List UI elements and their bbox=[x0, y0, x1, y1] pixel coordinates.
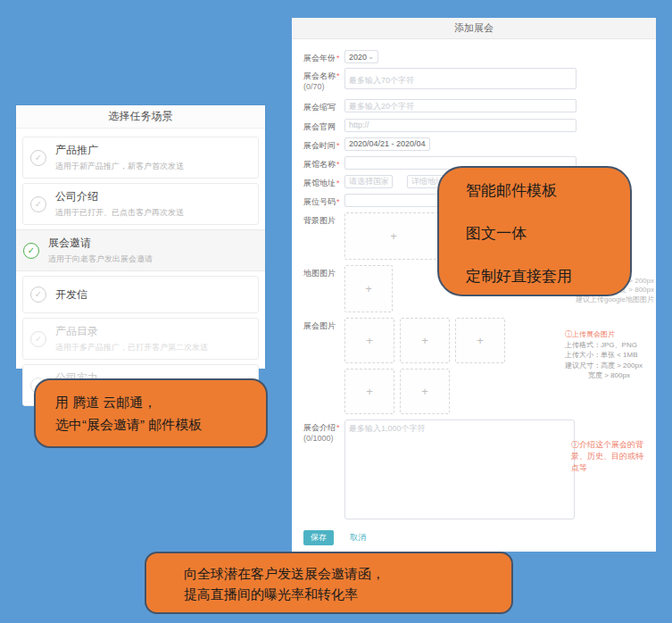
field-label-time: 展会时间* bbox=[303, 137, 344, 151]
abbr-input-wrap bbox=[344, 99, 577, 112]
scenario-item-expo-invite[interactable]: ✓ 展会邀请 适用于向老客户发出展会邀请 bbox=[16, 229, 265, 271]
date-range-input-wrap bbox=[344, 137, 430, 151]
plus-icon: + bbox=[390, 229, 397, 243]
save-button[interactable]: 保存 bbox=[303, 530, 334, 545]
check-circle-icon: ✓ bbox=[30, 331, 46, 347]
scenario-item-title: 展会邀请 bbox=[48, 236, 153, 251]
exhibition-name-input-wrap bbox=[344, 68, 577, 89]
required-star: * bbox=[336, 160, 340, 169]
callout-line: 图文一体 bbox=[466, 223, 630, 244]
map-image-upload[interactable]: + bbox=[344, 265, 393, 312]
expo-image-upload-5[interactable]: + bbox=[400, 369, 450, 414]
scenario-item-desc: 适用于已打开、已点击客户再次发送 bbox=[55, 207, 184, 219]
scenario-item-title: 产品推广 bbox=[55, 143, 184, 158]
expo-image-upload-2[interactable]: + bbox=[400, 318, 450, 363]
callout-instruction: 用 腾道 云邮通， 选中“展会邀请” 邮件模板 bbox=[34, 378, 268, 448]
check-circle-icon: ✓ bbox=[30, 150, 46, 166]
plus-icon: + bbox=[477, 334, 484, 347]
callout-line: 选中“展会邀请” 邮件模板 bbox=[55, 414, 266, 436]
check-circle-icon: ✓ bbox=[30, 196, 46, 212]
url-prefix: http:// bbox=[349, 120, 369, 129]
required-star: * bbox=[336, 141, 340, 150]
field-label-map-image: 地图图片 bbox=[303, 265, 344, 278]
required-star: * bbox=[336, 179, 340, 187]
expo-image-upload-3[interactable]: + bbox=[455, 318, 505, 363]
scenario-item-desc: 适用于向老客户发出展会邀请 bbox=[48, 253, 153, 265]
country-select[interactable] bbox=[349, 177, 388, 186]
scenario-item-desc: 适用于新产品推广，新客户首次发送 bbox=[55, 161, 184, 172]
callout-line: 提高直播间的曝光率和转化率 bbox=[184, 584, 511, 604]
callout-template-features: 智能邮件模板 图文一体 定制好直接套用 bbox=[437, 166, 632, 296]
callout-line: 智能邮件模板 bbox=[466, 180, 630, 201]
scenario-item-title: 产品目录 bbox=[55, 324, 208, 339]
char-counter: (0/1000) bbox=[303, 433, 344, 444]
scenario-item-product-catalog[interactable]: ✓ 产品目录 适用于多产品推广，已打开客户第二次发送 bbox=[22, 318, 259, 360]
scenario-item-desc: 适用于多产品推广，已打开客户第二次发送 bbox=[55, 342, 208, 353]
required-star: * bbox=[336, 197, 340, 206]
required-star: * bbox=[336, 54, 340, 62]
field-label-booth: 展位号码* bbox=[303, 194, 344, 207]
field-label-abbr: 展会缩写 bbox=[303, 99, 344, 112]
tip-icon: ⓘ bbox=[571, 440, 579, 449]
check-circle-green-icon: ✓ bbox=[23, 243, 39, 259]
check-circle-icon: ✓ bbox=[30, 287, 46, 303]
bg-image-upload[interactable]: + bbox=[344, 212, 443, 260]
year-value: 2020 bbox=[349, 53, 367, 62]
callout-line: 定制好直接套用 bbox=[466, 266, 630, 287]
field-label-year: 展会年份* bbox=[303, 50, 344, 63]
plus-icon: + bbox=[366, 385, 373, 398]
intro-tip: ⓘ介绍这个展会的背景、历史、目的或特点等 bbox=[571, 439, 650, 474]
form-title: 添加展会 bbox=[292, 18, 656, 39]
field-label-hall: 展馆名称* bbox=[303, 156, 344, 170]
expo-image-upload-4[interactable]: + bbox=[344, 369, 394, 414]
website-input-wrap: http:// bbox=[344, 119, 577, 132]
scenario-list: ✓ 产品推广 适用于新产品推广，新客户首次发送 ✓ 公司介绍 适用于已打开、已点… bbox=[16, 129, 265, 406]
exhibition-name-input[interactable] bbox=[349, 76, 572, 85]
plus-icon: + bbox=[421, 334, 428, 347]
scenario-panel: 选择任务场景 ✓ 产品推广 适用于新产品推广，新客户首次发送 ✓ 公司介绍 适用… bbox=[16, 105, 265, 369]
plus-icon: + bbox=[421, 385, 428, 398]
char-counter: (0/70) bbox=[303, 81, 344, 92]
cancel-button[interactable]: 取消 bbox=[350, 532, 366, 544]
field-label-website: 展会官网 bbox=[303, 119, 344, 132]
website-input[interactable] bbox=[372, 120, 572, 129]
plus-icon: + bbox=[366, 334, 373, 347]
date-range-input[interactable] bbox=[349, 139, 426, 148]
intro-textarea[interactable] bbox=[349, 423, 570, 516]
scenario-item-product-promo[interactable]: ✓ 产品推广 适用于新产品推广，新客户首次发送 bbox=[22, 137, 259, 179]
callout-line: 向全球潜在客户发送展会邀请函， bbox=[184, 563, 511, 584]
field-label-address: 展馆地址* bbox=[303, 175, 344, 188]
field-label-expo-images: 展会图片 bbox=[303, 318, 344, 331]
scenario-item-company-intro[interactable]: ✓ 公司介绍 适用于已打开、已点击客户再次发送 bbox=[22, 183, 259, 225]
tip-icon: ⓘ bbox=[565, 330, 572, 338]
scenario-item-title: 公司介绍 bbox=[55, 189, 184, 204]
required-star: * bbox=[336, 423, 340, 432]
slide-background: 选择任务场景 ✓ 产品推广 适用于新产品推广，新客户首次发送 ✓ 公司介绍 适用… bbox=[0, 0, 672, 623]
year-select[interactable]: 2020 ⌄ bbox=[344, 50, 378, 63]
abbr-input[interactable] bbox=[349, 102, 572, 111]
expo-image-grid: + + + + + bbox=[344, 318, 523, 414]
expo-image-tip: ⓘ上传展会图片 上传格式：JPG、PNG 上传大小：单张 < 1MB 建议尺寸：… bbox=[565, 329, 643, 381]
scenario-item-dev-letter[interactable]: ✓ 开发信 bbox=[22, 276, 259, 313]
callout-benefit: 向全球潜在客户发送展会邀请函， 提高直播间的曝光率和转化率 bbox=[145, 552, 513, 614]
chevron-down-icon: ⌄ bbox=[368, 54, 374, 61]
required-star: * bbox=[336, 71, 340, 80]
expo-image-upload-1[interactable]: + bbox=[344, 318, 394, 363]
callout-line: 用 腾道 云邮通， bbox=[55, 392, 266, 414]
scenario-item-title: 开发信 bbox=[55, 287, 87, 303]
scenario-panel-title: 选择任务场景 bbox=[16, 105, 265, 129]
intro-textarea-wrap bbox=[344, 419, 575, 519]
plus-icon: + bbox=[365, 282, 372, 295]
country-select-wrap bbox=[344, 175, 393, 188]
field-label-bg-image: 背景图片 bbox=[303, 212, 344, 226]
field-label-name: 展会名称*(0/70) bbox=[303, 68, 344, 92]
field-label-intro: 展会介绍*(0/1000) bbox=[303, 419, 344, 444]
